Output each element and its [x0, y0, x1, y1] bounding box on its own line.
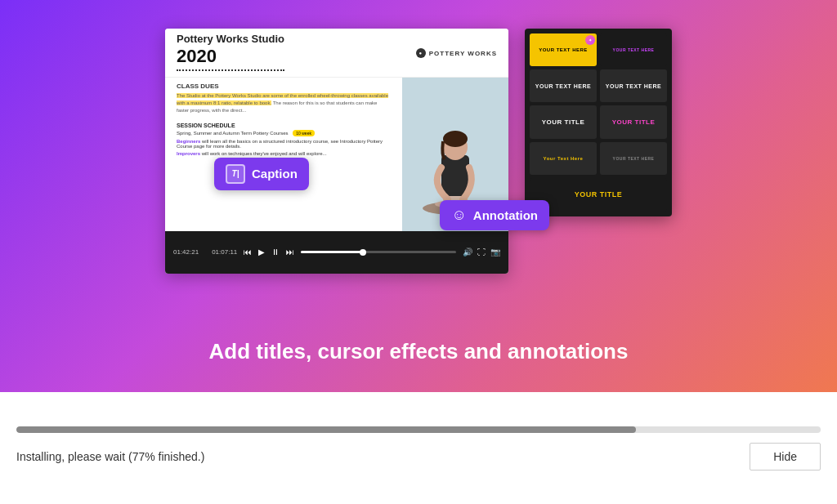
camera-icon[interactable]: 📷 [490, 248, 500, 256]
annotation-tooltip: ☺ Annotation [440, 200, 549, 230]
status-row: Installing, please wait (77% finished.) … [16, 443, 821, 471]
time-end: 01:07:11 [212, 248, 237, 256]
style-item-9[interactable]: YOUR TITLE [530, 178, 667, 211]
video-progress-bar[interactable] [301, 251, 456, 253]
style-item-4-text: YOUR TEXT HERE [606, 83, 661, 89]
style-item-4[interactable]: YOUR TEXT HERE [600, 69, 667, 102]
caption-label: Caption [252, 167, 298, 181]
session-schedule: SESSION SCHEDULE Spring, Summer and Autu… [177, 119, 391, 159]
doc-header-left: Pottery Works Studio 2020 [177, 33, 284, 74]
skip-forward-btn[interactable]: ⏭ [286, 248, 294, 256]
status-text: Installing, please wait (77% finished.) [16, 450, 204, 463]
video-progress-dot [360, 249, 366, 256]
style-item-1-text: YOUR TEXT HERE [539, 47, 588, 52]
top-section: Pottery Works Studio 2020 ● POTTERY WORK… [0, 0, 837, 392]
time-start: 01:42:21 [173, 248, 199, 256]
player-icons: 🔊 ⛶ 📷 [463, 248, 500, 256]
style-item-2-text: YOUR TEXT HERE [613, 47, 655, 52]
style-item-8-text: YOUR TEXT HERE [613, 156, 655, 161]
play-btn[interactable]: ▶ [258, 248, 265, 256]
svg-point-8 [443, 131, 468, 147]
style-panel: YOUR TEXT HERE ✦ YOUR TEXT HERE YOUR TEX… [525, 29, 672, 216]
pause-btn[interactable]: ⏸ [271, 248, 280, 256]
style-badge-1: ✦ [585, 35, 595, 45]
caption-tooltip: T| Caption [214, 158, 309, 190]
style-item-5-text: YOUR TITLE [542, 118, 585, 126]
install-progress-fill [16, 426, 636, 433]
annotation-label: Annotation [473, 208, 538, 222]
style-item-6-text: YOUR TITLE [612, 118, 656, 126]
style-item-7[interactable]: Your Text Here [530, 142, 597, 175]
svg-rect-4 [441, 155, 469, 196]
style-item-9-text: YOUR TITLE [575, 190, 623, 198]
volume-icon[interactable]: 🔊 [463, 248, 472, 256]
skip-back-btn[interactable]: ⏮ [244, 248, 252, 256]
studio-name: Pottery Works Studio [177, 33, 284, 45]
schedule-badge: 10 week [293, 130, 315, 136]
style-item-6[interactable]: YOUR TITLE [600, 105, 667, 138]
preview-container: Pottery Works Studio 2020 ● POTTERY WORK… [165, 29, 672, 323]
style-item-2[interactable]: YOUR TEXT HERE [600, 33, 667, 66]
bottom-section: Installing, please wait (77% finished.) … [0, 392, 837, 504]
annotation-icon: ☺ [451, 207, 466, 224]
section-title: CLASS DUES [177, 83, 391, 90]
main-heading: Add titles, cursor effects and annotatio… [209, 339, 629, 364]
pottery-works-header: ● POTTERY WORKS [416, 48, 497, 58]
improvers-label: Improvers [177, 151, 200, 156]
schedule-heading: SESSION SCHEDULE [177, 123, 391, 128]
body-text: The Studio at the Pottery Works Studio a… [177, 92, 391, 114]
style-item-7-text: Your Text Here [544, 156, 584, 161]
style-item-8[interactable]: YOUR TEXT HERE [600, 142, 667, 175]
style-item-5[interactable]: YOUR TITLE [530, 105, 597, 138]
style-item-3-text: YOUR TEXT HERE [535, 83, 591, 89]
pw-logo-circle: ● [416, 48, 426, 58]
install-progress-bar-container [16, 426, 821, 433]
style-item-1[interactable]: YOUR TEXT HERE ✦ [530, 33, 597, 66]
caption-icon-box: T| [226, 164, 245, 184]
doc-year: 2020 [177, 47, 284, 66]
hide-button[interactable]: Hide [750, 443, 821, 471]
caption-icon: T| [232, 169, 239, 178]
video-player: 01:42:21 01:07:11 ⏮ ▶ ⏸ ⏭ 🔊 ⛶ 📷 [165, 231, 508, 274]
fullscreen-icon[interactable]: ⛶ [477, 248, 486, 256]
video-progress-fill [301, 251, 363, 253]
document-area: Pottery Works Studio 2020 ● POTTERY WORK… [165, 29, 508, 274]
style-item-3[interactable]: YOUR TEXT HERE [530, 69, 597, 102]
